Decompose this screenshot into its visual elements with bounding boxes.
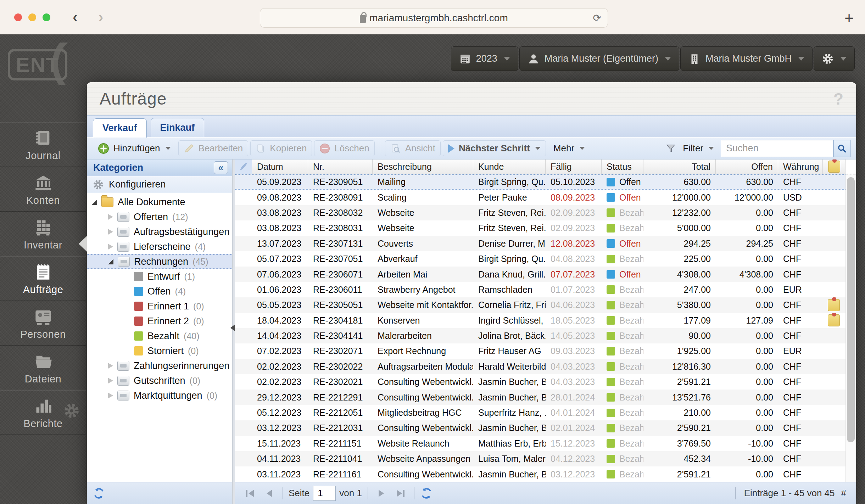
sidebar-item-auftrge[interactable]: Aufträge [0, 256, 86, 301]
category-item-zahlungserinnerungen[interactable]: Zahlungserinnerungen(5) [87, 358, 232, 373]
splitter-collapse-icon[interactable] [230, 325, 235, 331]
next-page-button[interactable] [374, 486, 389, 501]
browser-forward-button[interactable]: › [99, 9, 103, 25]
previous-page-button[interactable] [261, 486, 277, 501]
column-header-kunde[interactable]: Kunde [473, 159, 546, 174]
order-row-RE-2307131[interactable]: 13.07.2023RE-2307131CouvertsDenise Durre… [235, 236, 846, 251]
tree-collapsed-icon[interactable] [108, 244, 113, 250]
panel-splitter[interactable] [232, 159, 235, 504]
sidebar-item-konten[interactable]: Konten [0, 167, 86, 212]
next-step-button[interactable]: Nächster Schritt [443, 140, 546, 156]
order-row-RE-2304181[interactable]: 18.04.2023RE-2304181KonservenIngird Schl… [235, 313, 846, 328]
fiscal-year-button[interactable]: 2023 [451, 46, 518, 71]
refresh-icon[interactable] [93, 487, 105, 500]
new-tab-button[interactable]: + [844, 9, 854, 27]
order-row-RE-2302021[interactable]: 02.02.2023RE-2302021Consulting Webentwic… [235, 374, 846, 390]
tree-collapsed-icon[interactable] [108, 378, 113, 383]
browser-back-button[interactable]: ‹ [73, 9, 77, 25]
order-row-RE-2308031[interactable]: 03.08.2023RE-2308031WebseiteFritz Steven… [235, 220, 846, 236]
refresh-icon[interactable] [420, 487, 433, 500]
category-item-offerten[interactable]: Offerten(12) [87, 209, 232, 224]
column-header-status[interactable]: Status [602, 159, 643, 174]
more-button[interactable]: Mehr [548, 140, 590, 156]
tree-collapsed-icon[interactable] [108, 363, 113, 369]
order-row-RE-2302071[interactable]: 07.02.2023RE-2302071Export RechnungFritz… [235, 343, 846, 359]
column-header-total[interactable]: Total [643, 159, 716, 174]
order-row-RE-2212291[interactable]: 29.12.2023RE-2212291Consulting Webentwic… [235, 390, 846, 405]
vertical-scrollbar[interactable] [846, 174, 856, 482]
tab-verkauf[interactable]: Verkauf [93, 118, 147, 138]
column-sent[interactable] [235, 159, 252, 174]
category-item-marktquittungen[interactable]: Marktquittungen(0) [87, 388, 232, 403]
help-icon[interactable]: ? [833, 89, 843, 108]
order-row-RE-2211041[interactable]: 04.11.2023RE-2211041Webseite Anpassungen… [235, 451, 846, 466]
close-window-button[interactable] [14, 13, 22, 21]
sidebar-gear-icon[interactable] [63, 402, 80, 419]
filter-button[interactable]: Filter [681, 140, 716, 156]
configure-button[interactable]: Konfigurieren [87, 176, 232, 193]
category-item-erinnert-2[interactable]: Erinnert 2(0) [87, 314, 232, 329]
column-attachments[interactable] [823, 159, 846, 174]
order-row-RE-2211151[interactable]: 15.11.2023RE-2211151Website RelaunchMatt… [235, 436, 846, 451]
column-header-whrung[interactable]: Währung [778, 159, 823, 174]
zoom-window-button[interactable] [43, 13, 50, 21]
category-item-erinnert-1[interactable]: Erinnert 1(0) [87, 299, 232, 314]
category-item-auftragsbest-tigungen[interactable]: Auftragsbestätigungen(14) [87, 224, 232, 239]
category-item-gutschriften[interactable]: Gutschriften(0) [87, 373, 232, 388]
delete-button[interactable]: Löschen [314, 140, 374, 156]
collapse-panel-button[interactable]: « [214, 161, 228, 174]
column-header-nr[interactable]: Nr. [308, 159, 373, 174]
order-row-RE-2308032[interactable]: 03.08.2023RE-2308032WebseiteFritz Steven… [235, 205, 846, 220]
sidebar-item-personen[interactable]: Personen [0, 301, 86, 346]
sidebar-item-journal[interactable]: Journal [0, 122, 86, 167]
order-row-RE-2212031[interactable]: 03.12.2023RE-2212031Consulting Webentwic… [235, 420, 846, 436]
minimize-window-button[interactable] [28, 13, 36, 21]
order-row-RE-2309051[interactable]: 05.09.2023RE-2309051MailingBirgit Spring… [235, 174, 846, 190]
reload-icon[interactable]: ⟳ [593, 12, 601, 24]
order-row-RE-2212051[interactable]: 05.12.2023RE-2212051Mitgliedsbeitrag HGC… [235, 405, 846, 420]
url-bar[interactable]: mariamustergmbh.cashctrl.com ⟳ [260, 8, 608, 28]
category-item-storniert[interactable]: Storniert(0) [87, 343, 232, 358]
column-header-offen[interactable]: Offen [716, 159, 778, 174]
order-row-RE-2306071[interactable]: 07.06.2023RE-2306071Arbeiten MaiDana Knu… [235, 267, 846, 282]
category-item-lieferscheine[interactable]: Lieferscheine(4) [87, 239, 232, 254]
category-item-offen[interactable]: Offen(4) [87, 284, 232, 299]
tree-collapsed-icon[interactable] [108, 393, 113, 398]
category-item-rechnungen[interactable]: Rechnungen(45) [87, 254, 232, 269]
company-menu-button[interactable]: Maria Muster GmbH [680, 46, 813, 71]
tree-collapsed-icon[interactable] [108, 229, 113, 235]
search-button[interactable] [833, 140, 850, 157]
column-header-beschreibung[interactable]: Beschreibung [373, 159, 473, 174]
tree-expanded-icon[interactable] [92, 200, 97, 205]
sidebar-item-dateien[interactable]: Dateien [0, 346, 86, 390]
tree-collapsed-icon[interactable] [108, 214, 113, 220]
tree-expanded-icon[interactable] [108, 259, 113, 264]
add-button[interactable]: Hinzufügen [93, 140, 176, 157]
copy-button[interactable]: Kopieren [250, 140, 312, 156]
order-row-RE-2306011[interactable]: 01.06.2023RE-2306011Strawberry AngebotRa… [235, 282, 846, 297]
order-row-RE-2302022[interactable]: 02.02.2023RE-2302022Auftragsarbeiten Mod… [235, 359, 846, 374]
category-item-bezahlt[interactable]: Bezahlt(40) [87, 329, 232, 343]
user-menu-button[interactable]: Maria Muster (Eigentümer) [519, 46, 679, 71]
edit-button[interactable]: Bearbeiten [178, 140, 249, 156]
page-number-input[interactable] [313, 486, 336, 501]
order-row-RE-2211161[interactable]: 03.11.2023RE-2211161Consulting Webentwic… [235, 466, 846, 482]
category-item-alle-dokumente[interactable]: Alle Dokumente [87, 195, 232, 209]
order-row-RE-2304141[interactable]: 14.04.2023RE-2304141MalerarbeitenJolina … [235, 328, 846, 343]
category-item-entwurf[interactable]: Entwurf(1) [87, 269, 232, 284]
tab-einkauf[interactable]: Einkauf [151, 118, 205, 137]
order-row-RE-2305051[interactable]: 05.05.2023RE-2305051Webseite mit Kontakt… [235, 297, 846, 313]
sidebar-item-inventar[interactable]: Inventar [0, 212, 86, 256]
scrollbar-thumb[interactable] [847, 177, 855, 442]
settings-menu-button[interactable] [814, 46, 855, 71]
column-header-datum[interactable]: Datum [252, 159, 308, 174]
cell-attachment [823, 205, 846, 220]
view-button[interactable]: Ansicht [385, 140, 441, 156]
order-row-RE-2307051[interactable]: 05.07.2023RE-2307051AbverkaufBirgit Spri… [235, 251, 846, 267]
first-page-button[interactable] [242, 486, 258, 501]
column-header-fllig[interactable]: Fällig [546, 159, 602, 174]
order-row-RE-2308091[interactable]: 09.08.2023RE-2308091ScalingPeter Pauke08… [235, 190, 846, 205]
last-page-button[interactable] [393, 486, 408, 501]
search-input[interactable] [721, 140, 833, 157]
page-size-menu[interactable]: # [841, 488, 849, 499]
